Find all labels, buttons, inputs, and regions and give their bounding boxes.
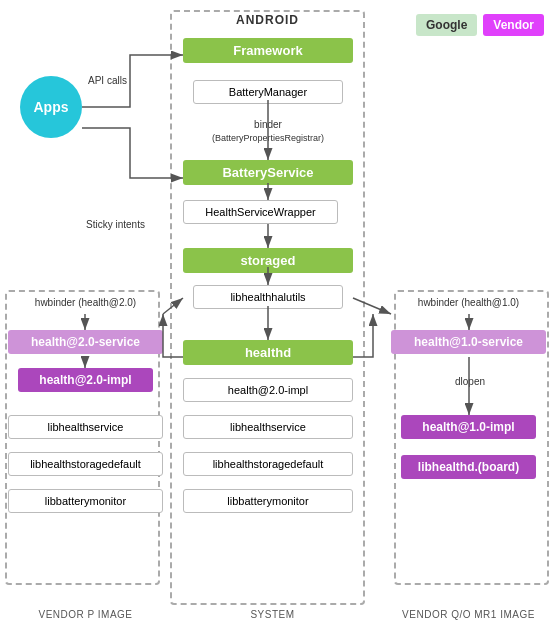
healthd-libbatterymonitor-box: libbatterymonitor <box>183 489 353 513</box>
vendor-p-libbatterymonitor-box: libbatterymonitor <box>8 489 163 513</box>
binder-label: binder(BatteryPropertiesRegistrar) <box>193 118 343 145</box>
diagram-container: Google Vendor ANDROID Apps API calls Sti… <box>0 0 554 626</box>
android-title: ANDROID <box>170 13 365 27</box>
health-service-wrapper-box: HealthServiceWrapper <box>183 200 338 224</box>
vendor-p-libhealthstoragedefault-box: libhealthstoragedefault <box>8 452 163 476</box>
apps-label: Apps <box>34 99 69 115</box>
battery-manager-box: BatteryManager <box>193 80 343 104</box>
vendor-p-col-label: VENDOR P IMAGE <box>8 609 163 620</box>
legend: Google Vendor <box>416 14 544 36</box>
healthd-libhealthservice-box: libhealthservice <box>183 415 353 439</box>
apps-circle: Apps <box>20 76 82 138</box>
hwbinder-p-label: hwbinder (health@2.0) <box>8 296 163 309</box>
vendor-p-libhealthservice-box: libhealthservice <box>8 415 163 439</box>
legend-vendor: Vendor <box>483 14 544 36</box>
health-20-service-box: health@2.0-service <box>8 330 163 354</box>
storaged-box: storaged <box>183 248 353 273</box>
healthd-box: healthd <box>183 340 353 365</box>
healthd-libhealthstoragedefault-box: libhealthstoragedefault <box>183 452 353 476</box>
hwbinder-q-label: hwbinder (health@1.0) <box>391 296 546 309</box>
dlopen-label: dlopen <box>455 375 485 388</box>
legend-google: Google <box>416 14 477 36</box>
sticky-intents-label: Sticky intents <box>86 218 145 231</box>
system-col-label: SYSTEM <box>175 609 370 620</box>
api-calls-label: API calls <box>88 74 127 87</box>
battery-service-box: BatteryService <box>183 160 353 185</box>
libhealthd-board-box: libhealthd.(board) <box>401 455 536 479</box>
health-10-service-box: health@1.0-service <box>391 330 546 354</box>
vendor-q-col-label: VENDOR Q/O MR1 IMAGE <box>391 609 546 620</box>
healthd-impl-box: health@2.0-impl <box>183 378 353 402</box>
libhealthhalutils-box: libhealthhalutils <box>193 285 343 309</box>
framework-box: Framework <box>183 38 353 63</box>
health-10-impl-box: health@1.0-impl <box>401 415 536 439</box>
health-20-impl-box: health@2.0-impl <box>18 368 153 392</box>
